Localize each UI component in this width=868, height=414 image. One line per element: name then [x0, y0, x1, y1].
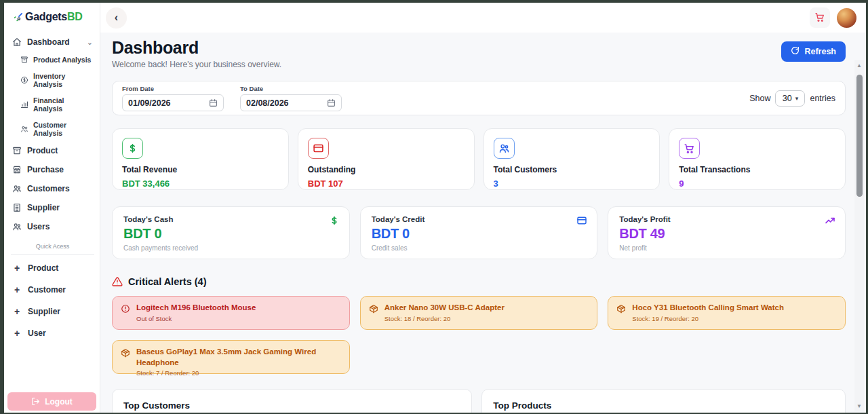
product-analysis-icon	[20, 56, 28, 64]
critical-alerts-title: Critical Alerts (4)	[128, 276, 207, 287]
sidebar-item-customer-analysis[interactable]: Customer Analysis	[11, 117, 94, 141]
customers-icon	[12, 184, 22, 193]
package-icon	[369, 304, 378, 314]
stat-label: Outstanding	[308, 165, 465, 174]
bottom-tables: Top Customers Top Products	[112, 389, 846, 413]
quick-item-label: Customer	[28, 285, 66, 295]
alert-low-stock[interactable]: Baseus GoPlay1 Max 3.5mm Jack Gaming Wir…	[112, 340, 350, 374]
page-size-select[interactable]: 30 ▾	[775, 90, 805, 107]
today-profit-card[interactable]: Today's Profit BDT 49 Net profit	[608, 206, 846, 259]
plus-icon: +	[12, 263, 22, 274]
cart-icon	[814, 12, 825, 24]
page-title: Dashboard	[112, 38, 846, 58]
alert-detail: Stock: 7 / Reorder: 20	[136, 369, 341, 377]
alert-product-name: Anker Nano 30W USB-C Adapter	[384, 303, 505, 314]
sidebar-item-users[interactable]: Users	[11, 217, 94, 236]
scrollbar-thumb[interactable]	[856, 75, 863, 197]
quick-access-heading: Quick Acess	[11, 236, 94, 255]
trending-up-icon	[825, 215, 835, 226]
package-icon	[121, 348, 130, 358]
top-customers-card: Top Customers	[112, 389, 472, 413]
sidebar-item-label: Customer Analysis	[33, 121, 94, 137]
package-icon	[616, 304, 626, 314]
sidebar-item-label: Purchase	[27, 165, 64, 174]
alert-low-stock[interactable]: Anker Nano 30W USB-C Adapter Stock: 18 /…	[360, 296, 598, 330]
alert-product-name: Baseus GoPlay1 Max 3.5mm Jack Gaming Wir…	[136, 347, 341, 368]
logout-icon	[31, 397, 40, 406]
today-value: BDT 0	[372, 226, 587, 242]
sidebar-item-purchase[interactable]: Purchase	[11, 160, 94, 179]
refresh-button[interactable]: Refresh	[781, 41, 846, 62]
topbar: ‹	[100, 3, 866, 33]
purchase-icon	[12, 165, 22, 174]
from-date-input[interactable]: 01/09/2026	[122, 94, 224, 111]
quick-add-customer[interactable]: + Customer	[11, 279, 94, 301]
dollar-icon	[122, 138, 143, 159]
sidebar-item-label: Product	[27, 146, 58, 155]
customers-icon	[494, 138, 515, 159]
user-avatar[interactable]	[837, 8, 856, 28]
from-date-group: From Date 01/09/2026	[122, 85, 224, 111]
alerts-grid: Logitech M196 Bluetooth Mouse Out of Sto…	[112, 296, 846, 374]
alert-product-name: Hoco Y31 Bluetooth Calling Smart Watch	[632, 303, 784, 314]
entries-label: entries	[810, 94, 835, 103]
today-value: BDT 0	[123, 226, 338, 242]
today-cash-card[interactable]: Today's Cash BDT 0 Cash payments receive…	[112, 206, 350, 259]
back-button[interactable]: ‹	[106, 7, 127, 29]
back-icon: ‹	[115, 12, 118, 23]
stat-value: 9	[679, 178, 835, 189]
today-sub: Net profit	[619, 244, 834, 252]
sidebar-item-financial-analysis[interactable]: Financial Analysis	[11, 92, 94, 117]
today-credit-card[interactable]: Today's Credit BDT 0 Credit sales	[360, 206, 598, 259]
alert-out-of-stock[interactable]: Logitech M196 Bluetooth Mouse Out of Sto…	[112, 296, 350, 330]
sidebar-item-product-analysis[interactable]: Product Analysis	[11, 52, 94, 68]
to-date-label: To Date	[240, 85, 342, 92]
stat-label: Total Transactions	[679, 165, 835, 174]
alert-low-stock[interactable]: Hoco Y31 Bluetooth Calling Smart Watch S…	[608, 296, 846, 330]
app-window: GadgetsBD Dashboard ⌄ Product Analysis I…	[4, 3, 866, 413]
cart-button[interactable]	[810, 7, 830, 28]
inventory-analysis-icon	[20, 76, 28, 84]
sidebar-item-label: Product Analysis	[33, 56, 91, 64]
calendar-icon	[209, 98, 218, 107]
today-label: Today's Profit	[619, 215, 834, 223]
critical-alerts-header: Critical Alerts (4)	[112, 276, 846, 287]
sidebar-item-product[interactable]: Product	[11, 141, 94, 160]
quick-add-user[interactable]: + User	[11, 322, 94, 344]
dashboard-submenu: Product Analysis Inventory Analysis Fina…	[11, 52, 94, 141]
sidebar: GadgetsBD Dashboard ⌄ Product Analysis I…	[4, 3, 100, 413]
sidebar-item-dashboard[interactable]: Dashboard ⌄	[11, 33, 94, 52]
calendar-icon	[327, 98, 336, 107]
warning-triangle-icon	[112, 276, 123, 287]
logout-button[interactable]: Logout	[7, 392, 96, 411]
sidebar-item-label: Customers	[27, 184, 70, 193]
sidebar-item-supplier[interactable]: Supplier	[11, 198, 94, 217]
stat-label: Total Customers	[494, 165, 650, 174]
quick-add-product[interactable]: + Product	[11, 257, 94, 279]
main-area: ‹ Dashboard Welcome back! Here's your bu…	[100, 3, 866, 413]
today-sub: Cash payments received	[123, 244, 338, 252]
to-date-input[interactable]: 02/08/2026	[240, 94, 342, 111]
stat-value: 3	[494, 178, 650, 189]
stat-card-total-revenue[interactable]: Total Revenue BDT 33,466	[112, 128, 289, 190]
stat-value: BDT 33,466	[122, 178, 279, 189]
alert-detail: Stock: 19 / Reorder: 20	[632, 315, 784, 322]
stat-value: BDT 107	[308, 178, 465, 189]
brand-logo-icon	[12, 12, 24, 23]
stat-card-total-transactions[interactable]: Total Transactions 9	[669, 128, 846, 190]
brand-logo[interactable]: GadgetsBD	[11, 10, 94, 33]
top-products-card: Top Products	[481, 389, 846, 413]
quick-add-supplier[interactable]: + Supplier	[11, 301, 94, 322]
stat-card-outstanding[interactable]: Outstanding BDT 107	[298, 128, 475, 190]
quick-item-label: User	[28, 328, 46, 338]
page-subtitle: Welcome back! Here's your business overv…	[112, 60, 846, 69]
sidebar-item-inventory-analysis[interactable]: Inventory Analysis	[11, 68, 94, 92]
today-value: BDT 49	[619, 226, 834, 242]
alert-detail: Stock: 18 / Reorder: 20	[384, 315, 505, 322]
scroll-up-icon[interactable]: ▲	[854, 61, 864, 69]
scroll-down-icon[interactable]: ▼	[854, 402, 864, 410]
vertical-scrollbar[interactable]: ▲ ▼	[854, 60, 864, 411]
stat-card-total-customers[interactable]: Total Customers 3	[484, 128, 660, 190]
dollar-icon	[329, 215, 340, 226]
sidebar-item-customers[interactable]: Customers	[11, 179, 94, 198]
